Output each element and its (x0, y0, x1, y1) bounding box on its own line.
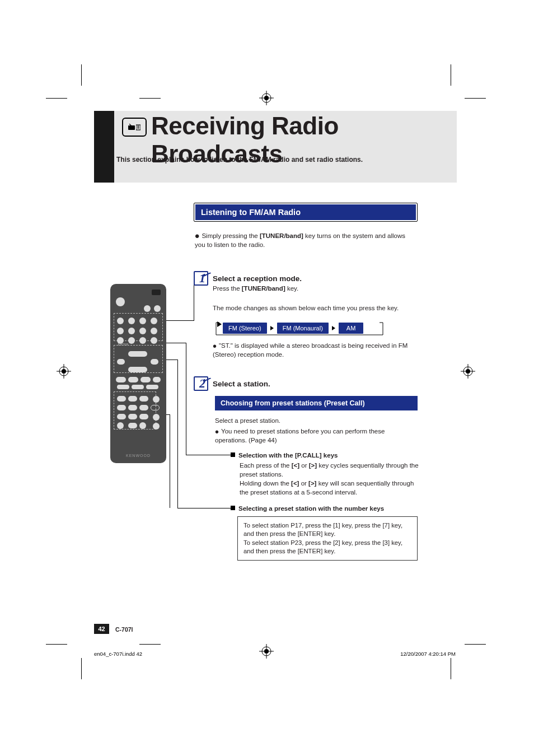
callout-line (170, 414, 170, 508)
chapter-subtitle: This section explains how to listen to t… (116, 156, 363, 164)
page-number: 42 (94, 624, 109, 634)
section-intro: •Simply pressing the [TUNER/band] key tu… (195, 232, 416, 249)
step1-title: Select a reception mode. (213, 274, 302, 283)
square-bullet-icon (231, 452, 235, 457)
radio-chapter-icon (122, 118, 147, 137)
pcall-text-1: Each press of the [<] or [>] key cycles … (240, 461, 419, 479)
footer-model: C-707I (115, 626, 133, 633)
mode-row: FM (Stereo) FM (Monaural) AM (223, 323, 363, 334)
registration-mark-icon (57, 364, 71, 379)
callout-line (186, 343, 186, 455)
pcall-heading: Selection with the [P.CALL] keys (231, 451, 338, 460)
step1-note: •"ST." is displayed while a stereo broad… (213, 342, 414, 359)
footer-slug: en04_c-707i.indd 42 (94, 651, 142, 657)
section-title-bar: Listening to FM/AM Radio (194, 203, 418, 222)
callout-line (186, 455, 231, 455)
square-bullet-icon (231, 506, 235, 510)
arrow-right-icon (332, 326, 335, 330)
registration-mark-icon (461, 364, 475, 379)
crop-mark (451, 658, 451, 679)
numkeys-example-box: To select station P17, press the [1] key… (237, 516, 418, 561)
need-preset-note: •You need to preset stations before you … (215, 427, 416, 445)
preset-call-subheading: Choosing from preset stations (Preset Ca… (215, 396, 418, 410)
select-preset-text: Select a preset station. (215, 417, 280, 426)
svg-rect-16 (128, 125, 135, 130)
crop-mark (81, 64, 82, 86)
callout-line (166, 320, 194, 321)
callout-line (166, 360, 177, 360)
crop-mark (139, 98, 161, 99)
crop-mark (465, 644, 486, 645)
registration-mark-icon (259, 644, 274, 659)
mode-fm-mono: FM (Monaural) (277, 323, 329, 334)
crop-mark (465, 98, 486, 99)
mode-fm-stereo: FM (Stereo) (223, 323, 267, 334)
crop-mark (451, 64, 451, 86)
chapter-header: Receiving Radio Broadcasts This section … (94, 111, 457, 183)
pcall-text-2: Holding down the [<] or [>] key will sca… (240, 479, 419, 497)
step2-title: Select a station. (213, 380, 270, 388)
mode-am: AM (339, 323, 364, 334)
crop-mark (46, 98, 67, 99)
crop-mark (81, 658, 82, 679)
crop-mark (46, 644, 67, 645)
arrow-right-icon (270, 326, 274, 330)
step-number-2: 2✓ (194, 376, 208, 391)
remote-brand: KENWOOD (110, 454, 166, 458)
step-number-1: 1✓ (194, 271, 208, 286)
callout-line (177, 360, 178, 508)
step1-changes: The mode changes as shown below each tim… (213, 304, 399, 313)
crop-mark (139, 644, 161, 645)
numkeys-heading: Selecting a preset station with the numb… (231, 505, 384, 514)
remote-control-illustration: ENTER KENWOOD (110, 284, 166, 463)
section-title: Listening to FM/AM Radio (195, 204, 416, 220)
header-accent-bar (94, 111, 114, 183)
registration-mark-icon (259, 91, 274, 105)
callout-line (177, 508, 231, 508)
callout-line (166, 343, 186, 343)
step1-press: Press the [TUNER/band] key. (213, 284, 298, 293)
footer-date: 12/20/2007 4:20:14 PM (400, 651, 456, 657)
